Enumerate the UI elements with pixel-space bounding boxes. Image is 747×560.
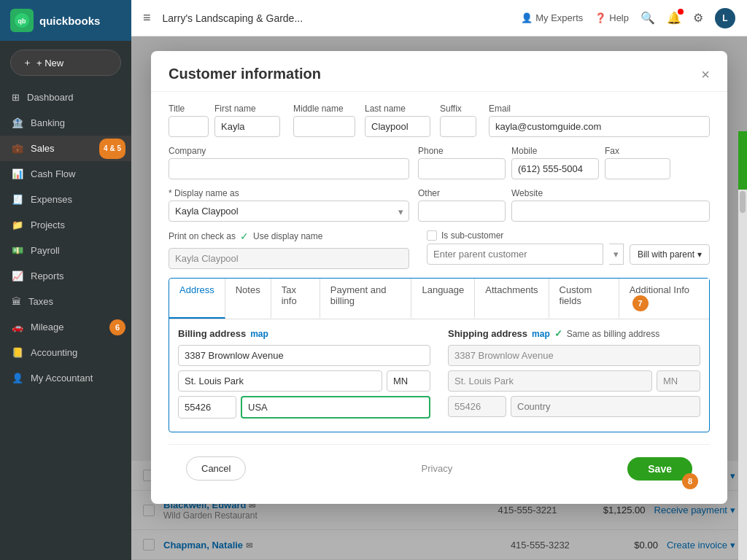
is-subcustomer-label: Is sub-customer: [441, 230, 503, 241]
shipping-map-link[interactable]: map: [532, 329, 550, 339]
email-input[interactable]: [489, 116, 710, 137]
sidebar-item-label: Mileage: [31, 322, 64, 332]
sidebar-item-projects[interactable]: 📁 Projects: [0, 212, 131, 238]
billing-map-link[interactable]: map: [250, 329, 268, 339]
parent-customer-dropdown-button[interactable]: ▾: [609, 244, 624, 265]
notification-dot: [678, 9, 684, 15]
sidebar-item-label: My Accountant: [31, 373, 93, 384]
sidebar-item-taxes[interactable]: 🏛 Taxes: [0, 289, 131, 314]
avatar[interactable]: L: [715, 8, 735, 28]
tab-payment-billing[interactable]: Payment and billing: [320, 279, 412, 319]
billing-state-input[interactable]: [387, 370, 430, 392]
payroll-icon: 💵: [12, 245, 23, 256]
lastname-input[interactable]: [365, 116, 430, 137]
scrollbar-thumb[interactable]: [740, 191, 746, 213]
use-display-check-icon[interactable]: ✓: [240, 230, 249, 242]
print-subcustomer-row: Print on check as ✓ Use display name Is …: [169, 230, 710, 269]
title-input[interactable]: [169, 116, 209, 137]
sidebar-item-label: Accounting: [31, 347, 77, 358]
firstname-input[interactable]: [214, 116, 280, 137]
sidebar-logo: qb quickbooks: [0, 0, 131, 41]
reports-icon: 📈: [12, 271, 23, 281]
modal-title: Customer information: [169, 66, 321, 82]
sidebar-item-dashboard[interactable]: ⊞ Dashboard: [0, 85, 131, 110]
print-check-input: [169, 248, 409, 269]
badge-7: 7: [632, 295, 649, 311]
billing-country-input[interactable]: [241, 396, 430, 419]
sidebar-item-accounting[interactable]: 📒 Accounting: [0, 340, 131, 365]
quickbooks-logo-icon: qb: [10, 9, 34, 32]
notifications-button[interactable]: 🔔: [667, 11, 681, 25]
bill-with-parent-button[interactable]: Bill with parent ▾: [630, 244, 710, 265]
search-icon[interactable]: 🔍: [640, 11, 655, 25]
billing-street-input[interactable]: [178, 345, 430, 366]
same-billing-check-icon[interactable]: ✓: [554, 328, 562, 339]
company-input[interactable]: [169, 158, 409, 179]
privacy-link[interactable]: Privacy: [422, 463, 453, 474]
display-name-select[interactable]: Kayla Claypool: [169, 201, 409, 222]
website-label: Website: [511, 188, 710, 198]
billing-city-input[interactable]: [178, 370, 382, 392]
sidebar-item-sales[interactable]: 💼 Sales 4 & 5: [0, 136, 131, 161]
settings-icon[interactable]: ⚙: [693, 11, 703, 25]
customer-information-modal: Customer information × Title: [151, 51, 727, 504]
tab-address[interactable]: Address: [169, 279, 225, 319]
sidebar-item-myaccountant[interactable]: 👤 My Accountant: [0, 365, 131, 391]
is-subcustomer-checkbox[interactable]: [427, 230, 437, 241]
sidebar-item-reports[interactable]: 📈 Reports: [0, 263, 131, 289]
my-experts-button[interactable]: 👤 My Experts: [521, 12, 583, 23]
other-website-fields: Other Website: [418, 188, 710, 222]
main-content: ≡ Larry's Landscaping & Garde... 👤 My Ex…: [131, 0, 747, 560]
parent-customer-input[interactable]: [427, 244, 603, 265]
scrollbar-track[interactable]: [738, 190, 747, 560]
tab-notes[interactable]: Notes: [225, 279, 271, 319]
app-name: quickbooks: [39, 15, 100, 27]
phone-input[interactable]: [418, 158, 506, 179]
dashboard-icon: ⊞: [12, 92, 20, 103]
sidebar-item-label: Taxes: [28, 296, 53, 307]
tab-language[interactable]: Language: [411, 279, 475, 319]
banking-icon: 🏦: [12, 117, 23, 128]
cancel-button[interactable]: Cancel: [186, 456, 246, 481]
expenses-icon: 🧾: [12, 194, 23, 205]
suffix-input[interactable]: [440, 116, 476, 137]
sidebar-item-mileage[interactable]: 🚗 Mileage 6: [0, 314, 131, 340]
mobile-group: Mobile: [511, 146, 599, 179]
tab-custom-fields[interactable]: Custom fields: [549, 279, 619, 319]
tab-additional-info[interactable]: Additional Info 7: [619, 279, 709, 319]
hamburger-menu-icon[interactable]: ≡: [143, 10, 151, 26]
tab-attachments[interactable]: Attachments: [475, 279, 549, 319]
sidebar-item-label: Reports: [31, 271, 64, 281]
fax-label: Fax: [605, 146, 670, 156]
website-input[interactable]: [511, 201, 710, 222]
tab-tax-info[interactable]: Tax info: [271, 279, 320, 319]
help-button[interactable]: ❓ Help: [595, 12, 629, 23]
middlename-label: Middle name: [293, 104, 359, 114]
mobile-input[interactable]: [511, 158, 599, 179]
billing-address-col: Billing address map: [178, 328, 430, 423]
accounting-icon: 📒: [12, 347, 23, 358]
shipping-city-state-row: [448, 370, 700, 392]
billing-zip-country-row: [178, 396, 430, 419]
other-label: Other: [418, 188, 506, 198]
fax-input[interactable]: [605, 158, 670, 179]
cashflow-icon: 📊: [12, 168, 23, 179]
sidebar-item-cashflow[interactable]: 📊 Cash Flow: [0, 161, 131, 187]
new-button[interactable]: ＋ + New: [10, 50, 121, 76]
save-button[interactable]: Save 8: [627, 457, 692, 481]
taxes-icon: 🏛: [12, 296, 21, 307]
suffix-label: Suffix: [440, 104, 480, 114]
sidebar-item-banking[interactable]: 🏦 Banking: [0, 110, 131, 136]
print-check-col: Print on check as ✓ Use display name: [169, 230, 409, 269]
shipping-street-input: [448, 345, 700, 366]
other-input[interactable]: [418, 201, 506, 222]
middlename-input[interactable]: [293, 116, 355, 137]
modal-close-button[interactable]: ×: [701, 67, 710, 82]
badge-45: 4 & 5: [99, 139, 125, 159]
sidebar-item-payroll[interactable]: 💵 Payroll: [0, 238, 131, 263]
billing-zip-input[interactable]: [178, 396, 236, 419]
shipping-address-col: Shipping address map ✓ Same as billing a…: [448, 328, 700, 423]
sidebar-item-expenses[interactable]: 🧾 Expenses: [0, 187, 131, 212]
sales-icon: 💼: [12, 143, 23, 154]
accountant-icon: 👤: [12, 373, 23, 384]
